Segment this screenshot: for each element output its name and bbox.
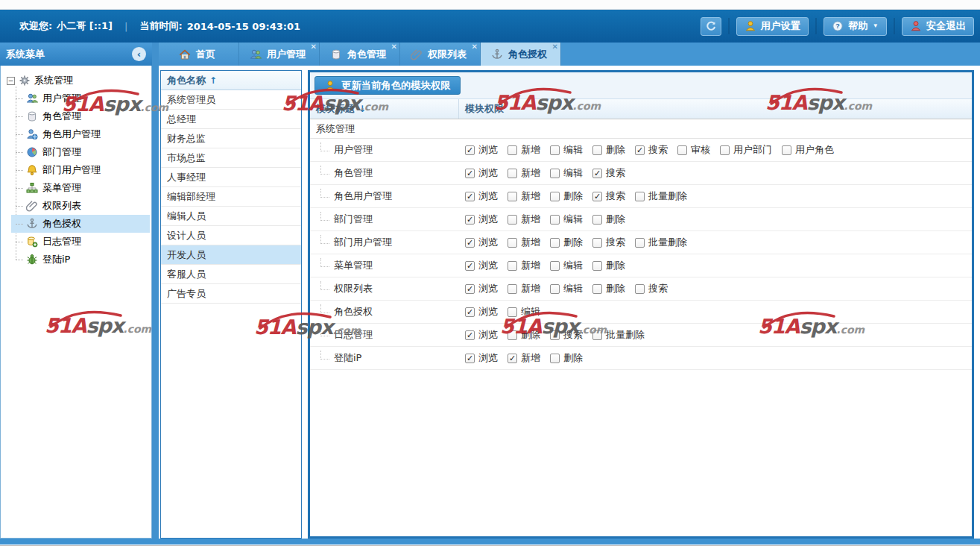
checkbox-checked[interactable]: ✓ <box>508 354 517 363</box>
sidebar-item-permission-list[interactable]: 权限列表 <box>11 197 151 215</box>
checkbox[interactable] <box>592 215 602 225</box>
checkbox-label: 删除 <box>563 351 583 365</box>
checkbox-checked[interactable]: ✓ <box>465 307 475 317</box>
checkbox[interactable] <box>677 145 687 155</box>
checkbox[interactable] <box>592 284 602 294</box>
checkbox-checked[interactable]: ✓ <box>465 261 475 271</box>
module-name: 日志管理 <box>334 328 373 342</box>
permission-option: 编辑 <box>550 259 583 272</box>
checkbox[interactable] <box>635 238 645 248</box>
checkbox-checked[interactable]: ✓ <box>465 145 475 155</box>
role-item[interactable]: 开发人员 <box>161 245 301 265</box>
sidebar-item-role-user-management[interactable]: 角色用户管理 <box>11 125 151 143</box>
tree-collapse-icon[interactable]: − <box>7 77 15 85</box>
checkbox-checked[interactable]: ✓ <box>465 192 475 201</box>
permission-checkbox-group: ✓ 浏览 ✓ 新增 删除 <box>459 347 972 369</box>
checkbox-checked[interactable]: ✓ <box>465 169 475 178</box>
permission-option: ✓ 浏览 <box>465 351 498 365</box>
checkbox-checked[interactable]: ✓ <box>635 145 645 155</box>
checkbox[interactable] <box>550 215 560 225</box>
checkbox[interactable] <box>550 192 560 201</box>
checkbox[interactable] <box>550 354 560 363</box>
checkbox-checked[interactable]: ✓ <box>465 330 475 340</box>
checkbox[interactable] <box>592 330 602 340</box>
sidebar-item-department-management[interactable]: 部门管理 <box>11 143 151 161</box>
sidebar-tree-children: 用户管理 角色管理 角色用户管理 部门管理 部门用户管理 菜单管理 权限列表 角… <box>11 90 151 269</box>
checkbox[interactable] <box>508 169 517 178</box>
sidebar-collapse-button[interactable]: ‹ <box>132 47 146 61</box>
checkbox-checked[interactable]: ✓ <box>465 284 475 294</box>
tab-home[interactable]: 首页 <box>159 43 239 66</box>
checkbox[interactable] <box>720 145 730 155</box>
checkbox[interactable] <box>508 215 517 225</box>
role-item[interactable]: 人事经理 <box>161 168 301 187</box>
role-item[interactable]: 编辑人员 <box>161 207 301 226</box>
checkbox[interactable] <box>592 261 602 271</box>
sidebar-item-department-user-management[interactable]: 部门用户管理 <box>11 161 151 179</box>
sidebar-item-role-authorization[interactable]: 角色授权 <box>11 215 150 233</box>
tab-role-authorization[interactable]: 角色授权 ✕ <box>481 43 561 66</box>
logout-button[interactable]: 安全退出 <box>902 17 974 36</box>
checkbox[interactable] <box>550 145 560 155</box>
role-item[interactable]: 广告专员 <box>161 284 301 304</box>
update-permissions-button[interactable]: 更新当前角色的模块权限 <box>314 76 461 95</box>
sidebar-item-log-management[interactable]: 日志管理 <box>11 233 151 251</box>
checkbox[interactable] <box>635 284 645 294</box>
checkbox[interactable] <box>635 192 645 201</box>
checkbox-checked[interactable]: ✓ <box>465 238 475 248</box>
checkbox[interactable] <box>508 145 517 155</box>
checkbox[interactable] <box>508 330 517 340</box>
role-name-column-header[interactable]: 角色名称 ↑ <box>161 71 301 90</box>
sidebar-item-user-management[interactable]: 用户管理 <box>11 90 151 107</box>
sidebar-item-system-management[interactable]: − 系统管理 <box>5 72 151 90</box>
role-item[interactable]: 编辑部经理 <box>161 187 301 207</box>
role-item[interactable]: 财务总监 <box>161 129 301 148</box>
role-item[interactable]: 市场总监 <box>161 148 301 168</box>
refresh-button[interactable] <box>701 17 721 36</box>
checkbox[interactable] <box>550 330 560 340</box>
sidebar: 系统菜单 ‹ − 系统管理 用户管理 角色管理 角色用户管理 部门管理 部门用户… <box>0 43 152 539</box>
checkbox[interactable] <box>508 307 517 317</box>
checkbox[interactable] <box>508 284 517 294</box>
close-icon[interactable]: ✕ <box>311 43 317 51</box>
checkbox-checked[interactable]: ✓ <box>465 354 475 363</box>
checkbox[interactable] <box>550 238 560 248</box>
tab-role-management[interactable]: 角色管理 ✕ <box>320 43 400 66</box>
tab-permission-list[interactable]: 权限列表 ✕ <box>400 43 481 66</box>
module-name: 菜单管理 <box>334 259 373 272</box>
checkbox[interactable] <box>550 169 560 178</box>
panel-splitter[interactable] <box>152 43 159 539</box>
checkbox[interactable] <box>592 145 602 155</box>
help-button[interactable]: ? 帮助 ▼ <box>823 17 887 36</box>
checkbox[interactable] <box>508 238 517 248</box>
close-icon[interactable]: ✕ <box>391 43 397 51</box>
checkbox[interactable] <box>782 145 791 155</box>
close-icon[interactable]: ✕ <box>472 43 478 51</box>
sidebar-item-login-ip[interactable]: 登陆iP <box>11 251 151 269</box>
checkbox[interactable] <box>592 238 602 248</box>
role-item[interactable]: 系统管理员 <box>161 90 301 110</box>
checkbox-checked[interactable]: ✓ <box>592 192 602 201</box>
checkbox[interactable] <box>508 261 517 271</box>
checkbox[interactable] <box>550 284 560 294</box>
role-item[interactable]: 总经理 <box>161 110 301 129</box>
permission-panel: 更新当前角色的模块权限 模块标题 ↓ 模块权限 系统管理 用户管理 ✓ 浏览 <box>308 70 974 539</box>
role-item[interactable]: 客服人员 <box>161 265 301 284</box>
sidebar-item-menu-management[interactable]: 菜单管理 <box>11 179 151 197</box>
checkbox-label: 新增 <box>521 259 540 272</box>
user-settings-button[interactable]: 用户设置 <box>736 17 809 36</box>
permission-group-row: 系统管理 <box>310 119 972 139</box>
update-permissions-label: 更新当前角色的模块权限 <box>341 79 451 92</box>
checkbox-checked[interactable]: ✓ <box>465 215 475 225</box>
close-icon[interactable]: ✕ <box>552 43 558 51</box>
sidebar-item-label: 日志管理 <box>42 235 81 248</box>
tab-user-management[interactable]: 用户管理 ✕ <box>239 43 320 66</box>
checkbox[interactable] <box>508 192 517 201</box>
checkbox[interactable] <box>550 261 560 271</box>
checkbox-checked[interactable]: ✓ <box>592 169 602 178</box>
role-item[interactable]: 设计人员 <box>161 226 301 245</box>
module-title-column-header[interactable]: 模块标题 ↓ <box>310 99 459 119</box>
sidebar-item-role-management[interactable]: 角色管理 <box>11 107 151 125</box>
module-perms-column-header[interactable]: 模块权限 <box>459 99 972 119</box>
role-item-label: 财务总监 <box>167 132 206 145</box>
